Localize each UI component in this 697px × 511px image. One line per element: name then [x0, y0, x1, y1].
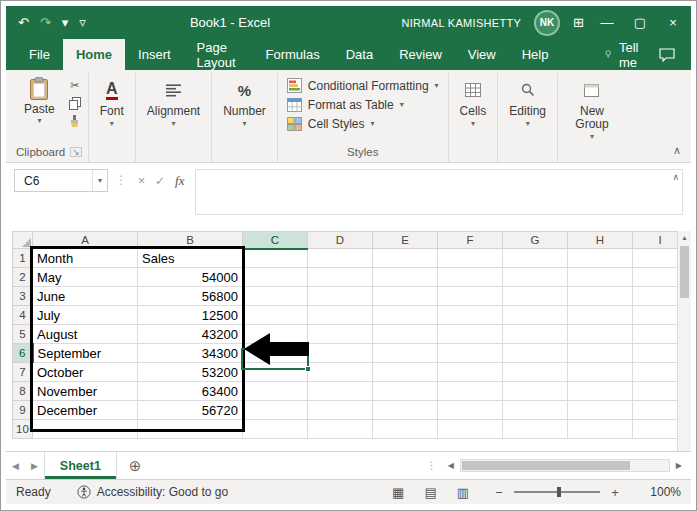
cell-B10[interactable]: [138, 420, 243, 439]
cell-B6[interactable]: 34300: [138, 344, 243, 363]
previous-sheet-icon[interactable]: ◀: [6, 461, 25, 471]
cell-H3[interactable]: [568, 287, 633, 306]
column-header-a[interactable]: A: [33, 232, 138, 249]
row-header-10[interactable]: 10: [13, 420, 33, 439]
sheet-tab-sheet1[interactable]: Sheet1: [44, 452, 117, 479]
tab-home[interactable]: Home: [63, 39, 125, 70]
editing-group-button[interactable]: Editing ▾: [504, 75, 551, 130]
zoom-in-icon[interactable]: +: [609, 485, 621, 500]
formula-input[interactable]: ∧: [195, 169, 683, 215]
format-painter-icon[interactable]: [69, 115, 80, 128]
cell-G3[interactable]: [503, 287, 568, 306]
scroll-right-icon[interactable]: ▶: [673, 461, 685, 470]
collapse-ribbon-icon[interactable]: ∧: [673, 144, 681, 157]
cell-D1[interactable]: [308, 249, 373, 268]
paste-button[interactable]: Paste ▾: [17, 75, 62, 126]
cell-G10[interactable]: [503, 420, 568, 439]
scroll-left-icon[interactable]: ◀: [445, 461, 457, 470]
column-header-c[interactable]: C: [243, 232, 308, 249]
alignment-group-button[interactable]: Alignment ▾: [142, 75, 205, 130]
cell-D3[interactable]: [308, 287, 373, 306]
row-header-8[interactable]: 8: [13, 382, 33, 401]
column-header-d[interactable]: D: [308, 232, 373, 249]
cell-D5[interactable]: [308, 325, 373, 344]
cut-icon[interactable]: ✂: [70, 79, 79, 92]
horizontal-scrollbar-thumb[interactable]: [462, 461, 630, 470]
tab-help[interactable]: Help: [509, 39, 562, 70]
tab-file[interactable]: File: [16, 39, 63, 70]
cell-C2[interactable]: [243, 268, 308, 287]
cell-H2[interactable]: [568, 268, 633, 287]
cell-F8[interactable]: [438, 382, 503, 401]
row-header-2[interactable]: 2: [13, 268, 33, 287]
cell-E4[interactable]: [373, 306, 438, 325]
comments-button[interactable]: [651, 39, 691, 70]
accessibility-status[interactable]: Accessibility: Good to go: [77, 485, 228, 499]
tab-data[interactable]: Data: [333, 39, 386, 70]
cell-G6[interactable]: [503, 344, 568, 363]
ribbon-display-options-icon[interactable]: ⊞: [573, 15, 584, 30]
expand-formula-bar-icon[interactable]: ∧: [672, 172, 679, 182]
undo-icon[interactable]: ↶: [18, 15, 29, 30]
row-header-3[interactable]: 3: [13, 287, 33, 306]
chevron-down-icon[interactable]: ▾: [92, 170, 107, 191]
cell-G1[interactable]: [503, 249, 568, 268]
add-sheet-icon[interactable]: ⊕: [129, 457, 142, 475]
cell-A6[interactable]: September: [33, 344, 138, 363]
new-group-button[interactable]: New Group ▾: [564, 75, 620, 143]
cell-A8[interactable]: November: [33, 382, 138, 401]
cell-D2[interactable]: [308, 268, 373, 287]
horizontal-scrollbar-track[interactable]: [460, 459, 670, 472]
cell-A1[interactable]: Month: [33, 249, 138, 268]
row-header-6[interactable]: 6: [13, 344, 33, 363]
cell-A9[interactable]: December: [33, 401, 138, 420]
cell-H5[interactable]: [568, 325, 633, 344]
tab-review[interactable]: Review: [386, 39, 455, 70]
cell-G4[interactable]: [503, 306, 568, 325]
cell-D9[interactable]: [308, 401, 373, 420]
cell-B1[interactable]: Sales: [138, 249, 243, 268]
cell-B7[interactable]: 53200: [138, 363, 243, 382]
cell-F5[interactable]: [438, 325, 503, 344]
select-all-corner[interactable]: [13, 232, 33, 249]
column-header-b[interactable]: B: [138, 232, 243, 249]
number-group-button[interactable]: % Number ▾: [218, 75, 271, 130]
cell-C1[interactable]: [243, 249, 308, 268]
conditional-formatting-button[interactable]: Conditional Formatting ▾: [284, 77, 442, 94]
cell-F2[interactable]: [438, 268, 503, 287]
cell-B8[interactable]: 63400: [138, 382, 243, 401]
cell-H7[interactable]: [568, 363, 633, 382]
cell-C3[interactable]: [243, 287, 308, 306]
cell-A4[interactable]: July: [33, 306, 138, 325]
tab-view[interactable]: View: [455, 39, 509, 70]
row-header-5[interactable]: 5: [13, 325, 33, 344]
cell-E1[interactable]: [373, 249, 438, 268]
cell-G7[interactable]: [503, 363, 568, 382]
page-layout-view-icon[interactable]: ▤: [424, 485, 436, 500]
cell-A7[interactable]: October: [33, 363, 138, 382]
cell-C9[interactable]: [243, 401, 308, 420]
cell-H6[interactable]: [568, 344, 633, 363]
cell-G8[interactable]: [503, 382, 568, 401]
cell-E10[interactable]: [373, 420, 438, 439]
cell-F4[interactable]: [438, 306, 503, 325]
clipboard-dialog-launcher-icon[interactable]: ↘: [70, 147, 82, 157]
minimize-button[interactable]: —: [597, 15, 617, 30]
tab-page-layout[interactable]: Page Layout: [184, 39, 253, 70]
cell-B9[interactable]: 56720: [138, 401, 243, 420]
normal-view-icon[interactable]: ▦: [392, 485, 404, 500]
scroll-up-icon[interactable]: ▲: [681, 234, 688, 241]
cell-styles-button[interactable]: Cell Styles ▾: [284, 116, 378, 132]
insert-function-icon[interactable]: fx: [175, 173, 184, 189]
cell-G9[interactable]: [503, 401, 568, 420]
maximize-button[interactable]: ▢: [630, 15, 650, 30]
zoom-slider[interactable]: [514, 491, 600, 493]
cancel-icon[interactable]: ×: [138, 174, 145, 188]
cell-H4[interactable]: [568, 306, 633, 325]
column-header-e[interactable]: E: [373, 232, 438, 249]
cell-F10[interactable]: [438, 420, 503, 439]
redo-icon[interactable]: ↷: [40, 15, 51, 30]
enter-icon[interactable]: ✓: [155, 174, 165, 188]
cell-E2[interactable]: [373, 268, 438, 287]
cell-D10[interactable]: [308, 420, 373, 439]
